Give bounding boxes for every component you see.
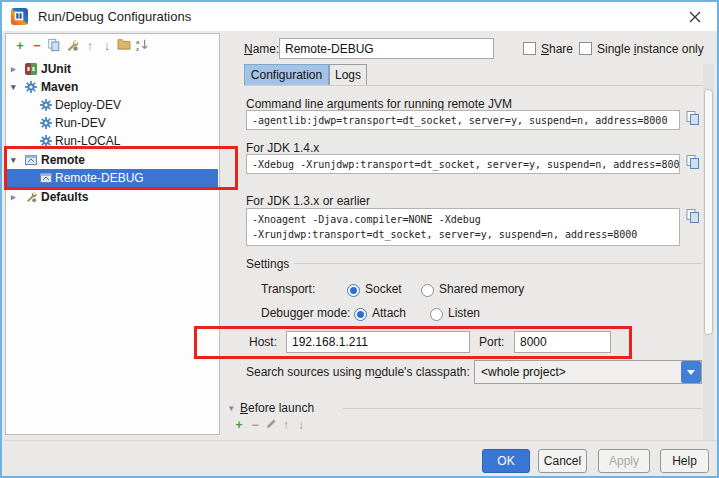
port-label: Port: xyxy=(479,335,504,349)
chevron-expanded-icon[interactable]: ▾ xyxy=(11,151,21,169)
move-down-icon[interactable]: ↓ xyxy=(99,38,115,54)
intellij-logo-icon xyxy=(11,8,28,25)
configurations-tree-panel: + − ↑ ↓ xyxy=(5,33,220,435)
name-input[interactable] xyxy=(279,38,494,59)
radio-socket[interactable] xyxy=(347,284,360,297)
svg-text:z: z xyxy=(136,45,139,52)
before-launch-label: Before launch xyxy=(240,401,314,415)
chevron-down-icon[interactable] xyxy=(681,361,701,383)
chevron-collapsed-icon[interactable]: ▸ xyxy=(11,60,21,78)
listen-label[interactable]: Listen xyxy=(448,306,480,320)
folder-icon[interactable] xyxy=(116,38,132,54)
remote-config-icon xyxy=(40,172,52,184)
help-button[interactable]: Help xyxy=(660,449,709,473)
host-input[interactable] xyxy=(286,331,470,353)
sort-icon[interactable]: a z xyxy=(134,38,150,54)
remove-icon[interactable]: − xyxy=(29,38,45,54)
dialog-title: Run/Debug Configurations xyxy=(38,9,191,24)
single-instance-label: Single instance only xyxy=(597,42,704,56)
apply-button[interactable]: Apply xyxy=(598,449,650,473)
close-icon[interactable] xyxy=(687,9,703,25)
move-up-icon[interactable]: ↑ xyxy=(279,418,293,432)
jdk14-label: For JDK 1.4.x xyxy=(246,141,319,155)
footer-divider xyxy=(4,440,717,441)
move-up-icon[interactable]: ↑ xyxy=(82,38,98,54)
jdk13-label: For JDK 1.3.x or earlier xyxy=(246,194,370,208)
before-launch-divider xyxy=(343,408,702,409)
search-sources-label: Search sources using module's classpath: xyxy=(246,365,470,379)
move-down-icon[interactable]: ↓ xyxy=(294,418,308,432)
search-sources-combobox[interactable]: <whole project> xyxy=(474,360,702,384)
port-input[interactable] xyxy=(514,331,611,353)
maven-gear-icon xyxy=(40,99,52,111)
copy-icon[interactable] xyxy=(46,38,62,54)
radio-attach[interactable] xyxy=(354,308,367,321)
junit-icon xyxy=(25,63,37,75)
combobox-value: <whole project> xyxy=(481,365,566,379)
share-checkbox[interactable] xyxy=(523,42,536,55)
tabs-divider xyxy=(244,85,702,86)
remove-icon[interactable]: − xyxy=(248,418,262,432)
scrollbar-thumb[interactable] xyxy=(704,89,713,335)
shared-memory-label[interactable]: Shared memory xyxy=(439,282,524,296)
edit-pencil-icon[interactable] xyxy=(264,418,278,432)
transport-label: Transport: xyxy=(261,282,315,296)
tree-toolbar: + − ↑ ↓ xyxy=(6,34,219,58)
attach-label[interactable]: Attach xyxy=(372,306,406,320)
debugger-mode-label: Debugger mode: xyxy=(261,306,350,320)
settings-section-label: Settings xyxy=(246,257,289,271)
tree-item-junit[interactable]: ▸ JUnit xyxy=(7,60,218,78)
tab-configuration[interactable]: Configuration xyxy=(244,64,329,86)
jdk14-field[interactable]: -Xdebug -Xrunjdwp:transport=dt_socket, s… xyxy=(246,154,680,174)
add-icon[interactable]: + xyxy=(12,38,28,54)
copy-icon[interactable] xyxy=(685,110,702,129)
radio-listen[interactable] xyxy=(430,308,443,321)
edit-defaults-icon[interactable] xyxy=(64,38,80,54)
share-label: Share xyxy=(541,42,573,56)
run-debug-configurations-dialog: Run/Debug Configurations + − ↑ ↓ xyxy=(0,0,719,478)
tree-item-defaults[interactable]: ▸ Defaults xyxy=(7,188,218,206)
tree-item-deploy-dev[interactable]: Deploy-DEV xyxy=(7,96,218,114)
maven-gear-icon xyxy=(40,117,52,129)
before-launch-expander-icon[interactable]: ▾ xyxy=(229,403,234,413)
settings-divider xyxy=(294,263,702,264)
scrollbar-track[interactable] xyxy=(703,64,714,440)
copy-icon[interactable] xyxy=(685,208,702,227)
single-instance-checkbox[interactable] xyxy=(579,42,592,55)
tree-item-remote[interactable]: ▾ Remote xyxy=(7,151,218,169)
jdk13-line1: -Xnoagent -Djava.compiler=NONE -Xdebug xyxy=(252,212,674,227)
maven-gear-icon xyxy=(25,81,37,93)
copy-icon[interactable] xyxy=(685,154,702,173)
radio-shared-memory[interactable] xyxy=(421,284,434,297)
jdk13-line2: -Xrunjdwp:transport=dt_socket, server=y,… xyxy=(252,227,674,242)
chevron-expanded-icon[interactable]: ▾ xyxy=(11,78,21,96)
add-icon[interactable]: + xyxy=(232,418,246,432)
maven-gear-icon xyxy=(40,135,52,147)
jdk13-field[interactable]: -Xnoagent -Djava.compiler=NONE -Xdebug -… xyxy=(246,208,680,246)
remote-config-icon xyxy=(25,154,37,166)
chevron-collapsed-icon[interactable]: ▸ xyxy=(11,188,21,206)
titlebar: Run/Debug Configurations xyxy=(2,2,717,31)
ok-button[interactable]: OK xyxy=(482,449,530,473)
svg-text:a: a xyxy=(136,38,140,45)
tree-item-run-dev[interactable]: Run-DEV xyxy=(7,114,218,132)
name-label: Name: xyxy=(244,42,279,56)
cmdline-field[interactable]: -agentlib:jdwp=transport=dt_socket, serv… xyxy=(246,110,680,130)
socket-label[interactable]: Socket xyxy=(365,282,402,296)
host-label: Host: xyxy=(249,335,277,349)
tree-item-remote-debug[interactable]: Remote-DEBUG xyxy=(7,169,218,187)
defaults-wrench-icon xyxy=(25,191,37,203)
tree-item-run-local[interactable]: Run-LOCAL xyxy=(7,132,218,150)
cmdline-label: Command line arguments for running remot… xyxy=(246,97,512,111)
tab-logs[interactable]: Logs xyxy=(329,64,367,86)
tree-item-maven[interactable]: ▾ Maven xyxy=(7,78,218,96)
cancel-button[interactable]: Cancel xyxy=(538,449,587,473)
